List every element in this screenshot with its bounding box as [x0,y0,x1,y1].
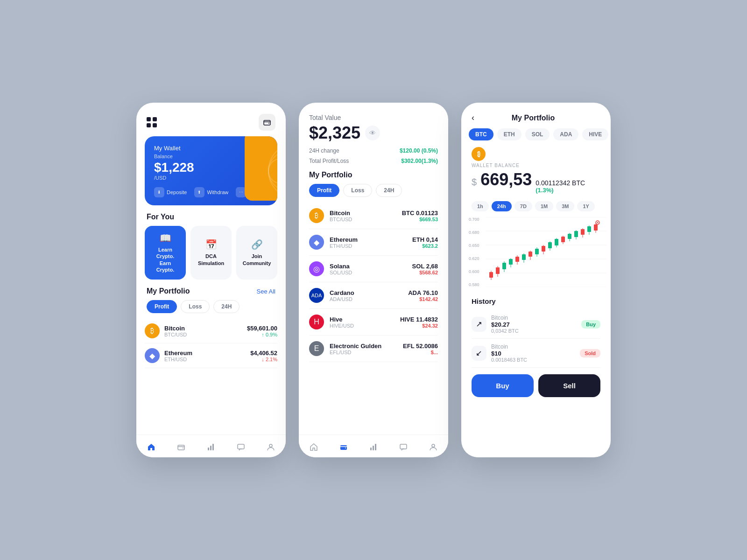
p2-filter-profit[interactable]: Profit [309,184,339,197]
eth-pair: ETH/USD [164,357,192,362]
p2-filter-loss[interactable]: Loss [343,184,372,197]
history-amount-1: $20.27 [491,321,519,328]
crypto-list: ₿ Bitcoin BTC/USD $59,601.00 ↑ 0.9% ◆ Et… [136,319,286,368]
time-1y[interactable]: 1Y [577,201,594,211]
history-item-sell[interactable]: Bitcoin $10 0.0018463 BTC Sold [472,339,600,368]
table-row[interactable]: H Hive HIVE/USD HIVE 11.4832 $24.32 [309,309,438,336]
ada-icon: ADA [309,288,324,303]
candlestick-svg [486,217,607,287]
tab-ada[interactable]: ADA [553,128,578,140]
nav-chat[interactable] [235,441,247,453]
change-24h-value: $120.00 (0.5%) [400,147,438,154]
history-section: History Bitcoin $20.27 0,0342 BTC B [461,292,611,368]
filter-profit[interactable]: Profit [147,300,177,313]
tab-btc[interactable]: BTC [469,128,493,140]
learn-crypto-label: Learn Crypto. Earn Crypto. [150,246,180,273]
btc-price: $59,601.00 [247,325,277,332]
time-24h[interactable]: 24h [492,201,512,211]
sell-arrow-icon [472,346,486,361]
tab-eth[interactable]: ETH [497,128,521,140]
p2-nav-wallet[interactable] [338,441,349,453]
history-sub-1: 0,0342 BTC [491,328,519,334]
eye-button[interactable]: 👁 [365,126,380,140]
p2-nav-chart[interactable] [368,441,379,453]
tab-hive[interactable]: HIVE [582,128,608,140]
portfolio-title: My Portfolio [147,287,190,295]
svg-rect-33 [522,254,526,260]
nav-chart[interactable] [205,441,217,453]
svg-rect-25 [496,267,500,274]
svg-rect-5 [210,446,211,450]
table-row[interactable]: ◆ Ethereum ETH/USD $4,406.52 ↓ 2.1% [145,343,277,368]
nav-home[interactable] [146,441,157,453]
nav-user[interactable] [265,441,276,453]
for-you-title: For You [136,205,286,226]
phone-1: My Wallet Balance $1,228 /USD ⬇ Deposite… [136,103,286,457]
history-item-buy[interactable]: Bitcoin $20.27 0,0342 BTC Buy [472,310,600,339]
eth-name: Ethereum [164,350,192,357]
candlestick-chart-area: 0.700 0.680 0.650 0.620 0.600 0.580 [461,217,611,292]
time-1m[interactable]: 1M [535,201,553,211]
withdraw-action[interactable]: ⬆ Withdraw [194,187,228,197]
btc-icon: ₿ [145,323,160,338]
p2-main-content: Total Value $2,325 👁 24H change $120.00 … [299,103,448,373]
svg-point-8 [269,444,272,447]
portfolio-filter-tabs: Profit Loss 24H [136,300,286,319]
buy-button[interactable]: Buy [472,374,534,397]
p2-filter-24h[interactable]: 24H [376,184,402,197]
svg-rect-47 [568,234,571,239]
table-row[interactable]: ◆ Ethereum ETH/USD ETH 0,14 $623.2 [309,229,438,256]
table-row[interactable]: ◎ Solana SOL/USD SOL 2,68 $568.62 [309,256,438,282]
chart-y-labels: 0.700 0.680 0.650 0.620 0.600 0.580 [469,217,479,287]
buy-sell-row: Buy Sell [461,368,611,406]
hive-icon: H [309,315,324,329]
grid-icon[interactable] [147,117,157,127]
table-row[interactable]: E Electronic Gulden EFL/USD EFL 52.0086 … [309,336,438,362]
svg-rect-4 [208,448,209,450]
svg-rect-6 [212,444,214,450]
time-tabs: 1h 24h 7D 1M 3M 1Y [461,196,611,217]
svg-rect-45 [561,237,565,242]
wallet-currency: /USD [154,175,268,181]
btc-name: Bitcoin [164,325,187,332]
svg-rect-31 [515,257,519,262]
svg-point-15 [432,444,435,447]
phone-2: Total Value $2,325 👁 24H change $120.00 … [299,103,448,457]
filter-loss[interactable]: Loss [181,300,210,313]
dca-simulation-card[interactable]: 📅 DCA Simulation [190,226,232,280]
screens-container: My Wallet Balance $1,228 /USD ⬇ Deposite… [136,103,611,457]
wallet-card: My Wallet Balance $1,228 /USD ⬇ Deposite… [145,136,277,205]
wallet-header-icon[interactable] [259,114,275,131]
total-value: $2,325 [309,123,360,143]
profit-loss-value: $302.00(1.3%) [401,158,438,164]
table-row[interactable]: ADA Cardano ADA/USD ADA 76.10 $142.42 [309,282,438,309]
tab-sol[interactable]: SOL [525,128,550,140]
p3-wallet-section: ₿ WALLET BALANCE $ 669,53 0.00112342 BTC… [461,147,611,194]
wallet-balance-label: WALLET BALANCE [472,163,600,168]
see-all-button[interactable]: See All [257,288,275,295]
eth-price: $4,406.52 [250,350,277,357]
balance-label: Balance [154,154,268,159]
p2-nav-home[interactable] [308,441,319,453]
sell-button[interactable]: Sell [538,374,600,397]
sold-badge: Sold [580,349,600,357]
p2-nav-chat[interactable] [398,441,409,453]
p2-nav-user[interactable] [428,441,439,453]
filter-24h[interactable]: 24H [213,300,240,313]
time-3m[interactable]: 3M [556,201,574,211]
time-7d[interactable]: 7D [514,201,532,211]
svg-rect-49 [574,231,578,237]
p3-header: ‹ My Portfolio [461,103,611,128]
p3-balance-row: $ 669,53 0.00112342 BTC (1.3%) [472,170,600,194]
table-row[interactable]: ₿ Bitcoin BTC/USD BTC 0.01123 $669.53 [309,203,438,229]
svg-rect-2 [178,445,184,450]
book-icon: 📖 [160,232,171,244]
join-community-card[interactable]: 🔗 Join Community [236,226,277,280]
time-1h[interactable]: 1h [472,201,489,211]
svg-rect-23 [489,272,493,278]
learn-crypto-card[interactable]: 📖 Learn Crypto. Earn Crypto. [145,226,186,280]
back-button[interactable]: ‹ [472,113,474,123]
deposit-action[interactable]: ⬇ Deposite [154,187,187,197]
table-row[interactable]: ₿ Bitcoin BTC/USD $59,601.00 ↑ 0.9% [145,319,277,343]
nav-wallet[interactable] [176,441,187,453]
